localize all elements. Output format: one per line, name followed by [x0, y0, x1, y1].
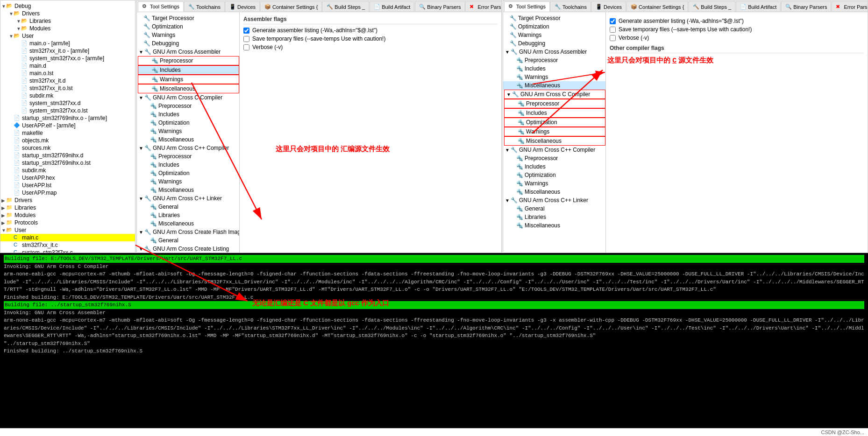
- file-tree[interactable]: ▼📂Debug▼📂Drivers▼📂Libraries▼📂Modules▼📂Us…: [0, 0, 135, 253]
- tab-container-left[interactable]: 📦 Container Settings {: [260, 1, 322, 12]
- settings-tree-left-item[interactable]: ▼🔧GNU Arm Cross Assembler: [137, 48, 239, 56]
- tab-tool-settings-right[interactable]: ⚙ Tool Settings: [504, 1, 550, 12]
- settings-tree-right-item[interactable]: 🔩Includes: [504, 108, 605, 118]
- settings-tree-right-item[interactable]: 🔧Optimization: [503, 22, 605, 31]
- tab-buildsteps-right[interactable]: 🔨 Build Steps _: [689, 1, 735, 12]
- tab-errorparsers-right[interactable]: ✖ Error Parsers: [832, 1, 868, 12]
- settings-tree-left-item[interactable]: 🔩Miscellaneous: [137, 186, 239, 194]
- tree-item[interactable]: 📄stm32f7xx_it.o - [arm/le]: [0, 47, 135, 55]
- tree-item[interactable]: 📄system_stm32f7xx.o.lst: [0, 107, 135, 114]
- settings-tree-right-item[interactable]: 🔩Miscellaneous: [504, 136, 605, 146]
- settings-tree-left-item[interactable]: 🔩Includes: [138, 65, 239, 75]
- tab-buildartifact-right[interactable]: 📄 Build Artifact: [736, 1, 781, 12]
- settings-tree-right-item[interactable]: ▼🔧GNU Arm Cross C Compiler: [504, 90, 605, 99]
- settings-tree-left-item[interactable]: 🔩Optimization: [137, 169, 239, 177]
- settings-tree-right-item[interactable]: 🔩Preprocessor: [503, 154, 605, 162]
- settings-tree-left-item[interactable]: 🔩Optimization: [137, 119, 239, 127]
- tree-item[interactable]: 📄stm32f7xx_it.o.lst: [0, 84, 135, 92]
- tree-item[interactable]: 📄main.d: [0, 62, 135, 70]
- settings-tree-right-item[interactable]: 🔩Preprocessor: [504, 99, 605, 108]
- tab-tool-settings-left[interactable]: ⚙ Tool Settings: [138, 1, 184, 12]
- tab-errorparsers-left[interactable]: ✖ Error Parsers: [465, 1, 501, 12]
- tree-item[interactable]: ▶📁Protocols: [0, 219, 135, 226]
- tree-item[interactable]: ▶📁Modules: [0, 211, 135, 219]
- checkbox-generate-listing[interactable]: Generate assembler listing (-Wa,-adhlns=…: [243, 27, 498, 34]
- settings-tree-right-item[interactable]: 🔩Miscellaneous: [503, 188, 605, 196]
- tree-item[interactable]: 📄main.o - [arm/le]: [0, 40, 135, 47]
- settings-tree-right-item[interactable]: ▼🔧GNU Arm Cross Assembler: [503, 48, 605, 56]
- tree-item[interactable]: 📄system_stm32f7xx.d: [0, 99, 135, 107]
- checkbox-verbose[interactable]: Verbose (-v): [243, 44, 498, 50]
- settings-tree-right-item[interactable]: 🔩Libraries: [503, 213, 605, 221]
- checkbox-save-temps-right-input[interactable]: [610, 27, 616, 33]
- tree-item[interactable]: 📄system_stm32f7xx.o - [arm/le]: [0, 55, 135, 62]
- settings-tree-left-item[interactable]: 🔩Libraries: [137, 211, 239, 219]
- tree-item[interactable]: 📄makefile: [0, 129, 135, 137]
- settings-tree-left-item[interactable]: 🔩Preprocessor: [138, 56, 239, 65]
- tree-item[interactable]: 📄UserAPP.map: [0, 189, 135, 197]
- tree-item[interactable]: ▶📁Drivers: [0, 197, 135, 204]
- checkbox-verbose-input[interactable]: [243, 44, 249, 50]
- settings-tree-left-item[interactable]: ▼🔧GNU Arm Cross Create Listing: [137, 245, 239, 253]
- tree-item[interactable]: 📄UserAPP.hex: [0, 174, 135, 182]
- tree-item[interactable]: 📄startup_stm32f769nihx.o.lst: [0, 159, 135, 167]
- tab-devices-right[interactable]: 📱 Devices: [591, 1, 626, 12]
- settings-tree-right-item[interactable]: 🔩Optimization: [504, 118, 605, 127]
- settings-tree-right-item[interactable]: 🔩Warnings: [503, 179, 605, 188]
- tree-item[interactable]: ▼📂User: [0, 226, 135, 234]
- tree-item[interactable]: Cstm32f7xx_it.c: [0, 241, 135, 249]
- tree-item[interactable]: 📄startup_stm32f769nihx.o - [arm/le]: [0, 114, 135, 122]
- settings-tree-left-item[interactable]: 🔩Includes: [137, 161, 239, 169]
- settings-tree-left-item[interactable]: 🔩Miscellaneous: [138, 84, 239, 93]
- settings-tree-right-item[interactable]: ▼🔧GNU Arm Cross C++ Compiler: [503, 146, 605, 154]
- settings-tree-left-item[interactable]: ▼🔧GNU Arm Cross C++ Linker: [137, 194, 239, 203]
- checkbox-save-temps-input[interactable]: [243, 36, 249, 42]
- settings-tree-right-item[interactable]: 🔩Miscellaneous: [503, 81, 605, 90]
- tree-item[interactable]: ▶📁Libraries: [0, 204, 135, 211]
- checkbox-save-temps-right[interactable]: Save temporary files (--save-temps Use w…: [610, 26, 864, 33]
- settings-tree-left-item[interactable]: 🔩Miscellaneous: [137, 219, 239, 228]
- settings-tree-left-item[interactable]: 🔧Target Processor: [137, 14, 239, 22]
- tree-item[interactable]: 📄subdir.mk: [0, 92, 135, 99]
- checkbox-generate-listing-input[interactable]: [243, 28, 249, 34]
- checkbox-generate-listing-right[interactable]: Generate assembler listing (-Wa,-adhlns=…: [610, 18, 864, 24]
- settings-tree-left-item[interactable]: ▼🔧GNU Arm Cross C Compiler: [137, 93, 239, 102]
- tab-devices-left[interactable]: 📱 Devices: [225, 1, 260, 12]
- settings-tree-right-item[interactable]: ▼🔧GNU Arm Cross C++ Linker: [503, 196, 605, 204]
- tree-item[interactable]: Cmain.c: [0, 234, 135, 241]
- tree-item[interactable]: 📄objects.mk: [0, 137, 135, 144]
- tab-binaryparsers-right[interactable]: 🔍 Binary Parsers: [781, 1, 831, 12]
- checkbox-verbose-right-input[interactable]: [610, 35, 616, 41]
- tree-item[interactable]: ▼📂Drivers: [0, 10, 135, 17]
- settings-tree-right-item[interactable]: 🔩Warnings: [503, 73, 605, 81]
- checkbox-save-temps[interactable]: Save temporary files (--save-temps Use w…: [243, 35, 498, 42]
- console-panel[interactable]: Building file: E:/TOOLS_DEV/STM32_TEMPLA…: [0, 253, 868, 428]
- tree-item[interactable]: ▼📂Modules: [0, 25, 135, 32]
- tab-buildsteps-left[interactable]: 🔨 Build Steps _: [322, 1, 369, 12]
- tab-container-right[interactable]: 📦 Container Settings {: [626, 1, 688, 12]
- settings-tree-left-item[interactable]: 🔩General: [137, 236, 239, 245]
- tree-item[interactable]: ▼📂Debug: [0, 2, 135, 10]
- settings-tree-left-item[interactable]: 🔩Preprocessor: [137, 102, 239, 110]
- settings-tree-right-item[interactable]: 🔧Target Processor: [503, 14, 605, 22]
- tree-item[interactable]: 📄stm32f7xx_it.d: [0, 77, 135, 84]
- settings-tree-right-item[interactable]: 🔩General: [503, 204, 605, 213]
- settings-tree-right-item[interactable]: 🔩Warnings: [504, 127, 605, 136]
- settings-tree-right-item[interactable]: 🔩Miscellaneous: [503, 221, 605, 230]
- tree-item[interactable]: 📄UserAPP.lst: [0, 182, 135, 189]
- settings-tree-right-item[interactable]: 🔧Warnings: [503, 31, 605, 39]
- settings-tree-left-item[interactable]: 🔩Miscellaneous: [137, 135, 239, 144]
- tab-toolchains-left[interactable]: 🔧 Toolchains: [184, 1, 225, 12]
- settings-tree-left-item[interactable]: ▼🔧GNU Arm Cross Create Flash Image: [137, 228, 239, 236]
- tree-item[interactable]: 📄subdir.mk: [0, 167, 135, 174]
- settings-tree-left[interactable]: 🔧Target Processor🔧Optimization🔧Warnings🔧…: [137, 12, 240, 253]
- settings-tree-left-item[interactable]: 🔩Warnings: [137, 127, 239, 135]
- settings-tree-right-item[interactable]: 🔧Debugging: [503, 39, 605, 48]
- settings-tree-left-item[interactable]: 🔩Warnings: [138, 75, 239, 84]
- settings-tree-left-item[interactable]: 🔩Preprocessor: [137, 152, 239, 161]
- tree-item[interactable]: 📄sources.mk: [0, 144, 135, 152]
- settings-tree-left-item[interactable]: 🔩Warnings: [137, 177, 239, 186]
- tree-item[interactable]: 📄startup_stm32f769nihx.d: [0, 152, 135, 159]
- settings-tree-left-item[interactable]: 🔩General: [137, 203, 239, 211]
- settings-tree-right-item[interactable]: 🔩Includes: [503, 64, 605, 73]
